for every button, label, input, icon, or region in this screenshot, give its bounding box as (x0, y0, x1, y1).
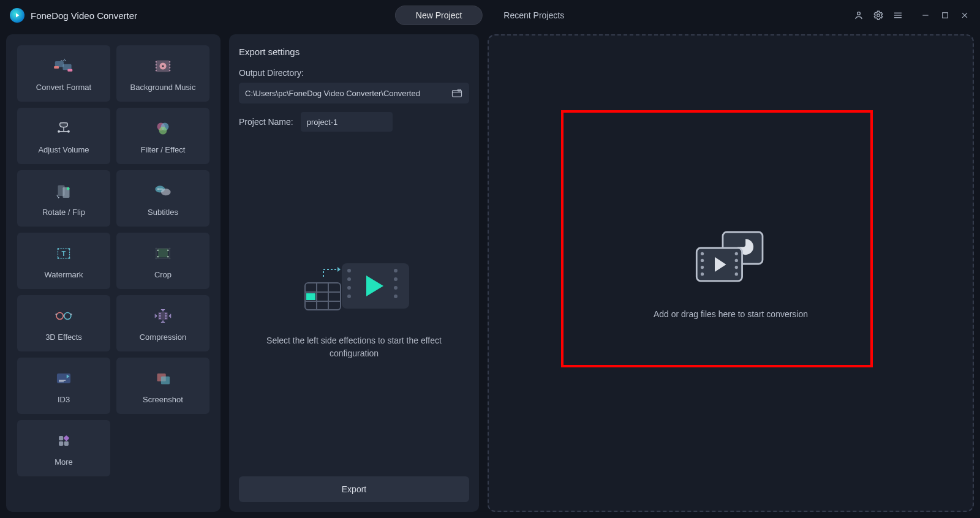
svg-rect-47 (167, 249, 168, 250)
export-settings-panel: Export settings Output Directory: C:\Use… (229, 34, 479, 512)
svg-point-21 (169, 69, 170, 70)
svg-point-17 (156, 69, 157, 70)
tile-rotate-flip[interactable]: Rotate / Flip (17, 170, 110, 227)
crop-icon (151, 243, 175, 264)
svg-point-33 (67, 187, 70, 190)
svg-point-56 (159, 313, 160, 314)
settings-icon[interactable] (872, 9, 884, 21)
tile-3d-effects[interactable]: 3D Effects (17, 295, 110, 351)
svg-point-95 (735, 252, 738, 255)
svg-rect-48 (157, 255, 159, 257)
svg-point-20 (169, 67, 170, 68)
tile-compression[interactable]: Compression (116, 295, 209, 351)
svg-rect-69 (59, 441, 63, 445)
svg-point-97 (735, 266, 738, 269)
adjust-volume-icon (51, 118, 76, 139)
tile-subtitles[interactable]: Subtitles (116, 170, 209, 227)
svg-rect-66 (161, 376, 170, 384)
tile-label: Subtitles (148, 208, 178, 217)
tile-watermark[interactable]: T Watermark (17, 233, 110, 289)
browse-folder-icon[interactable] (451, 88, 463, 99)
svg-point-19 (169, 64, 170, 65)
svg-point-75 (394, 269, 398, 272)
tile-label: Convert Format (36, 83, 91, 92)
svg-point-82 (347, 295, 351, 298)
tab-recent-projects[interactable]: Recent Projects (483, 6, 585, 25)
watermark-icon: T (51, 243, 76, 264)
account-icon[interactable] (853, 9, 865, 21)
svg-point-50 (56, 312, 63, 319)
export-button[interactable]: Export (239, 476, 469, 502)
tile-label: ID3 (58, 395, 70, 404)
file-drop-area[interactable]: Add or drag files here to start conversi… (488, 34, 974, 512)
tool-sidebar: Convert Format Background Music Adjust V… (6, 34, 221, 512)
tile-convert-format[interactable]: Convert Format (17, 45, 110, 102)
svg-point-77 (394, 286, 398, 290)
minimize-button[interactable] (920, 10, 931, 21)
tile-more[interactable]: More (17, 420, 110, 476)
tile-id3[interactable]: ID3 (17, 358, 110, 414)
svg-text:T: T (62, 249, 66, 257)
subtitles-icon (151, 181, 175, 201)
tile-label: Rotate / Flip (42, 208, 85, 217)
svg-point-78 (394, 295, 398, 298)
svg-point-91 (701, 252, 704, 255)
export-settings-title: Export settings (239, 47, 469, 57)
maximize-button[interactable] (940, 10, 951, 21)
svg-point-16 (156, 67, 157, 68)
svg-point-35 (161, 189, 171, 195)
svg-line-54 (70, 313, 72, 314)
svg-point-96 (735, 259, 738, 262)
svg-point-26 (58, 130, 59, 132)
svg-rect-44 (69, 257, 70, 258)
tile-label: Background Music (130, 83, 196, 92)
svg-rect-42 (69, 248, 70, 249)
tile-label: Filter / Effect (141, 145, 186, 154)
svg-point-80 (347, 277, 351, 281)
svg-rect-11 (54, 66, 59, 69)
svg-point-38 (161, 188, 162, 189)
tile-label: Watermark (44, 270, 83, 279)
3d-effects-icon (51, 306, 76, 326)
project-name-input[interactable] (301, 112, 393, 132)
svg-rect-43 (58, 257, 59, 258)
svg-rect-67 (59, 436, 63, 440)
svg-rect-45 (158, 249, 168, 257)
svg-point-27 (68, 130, 69, 132)
compression-icon (151, 306, 175, 326)
svg-point-60 (165, 315, 167, 317)
tile-label: More (55, 457, 73, 467)
tile-adjust-volume[interactable]: Adjust Volume (17, 108, 110, 164)
tile-crop[interactable]: Crop (116, 233, 209, 289)
svg-point-79 (347, 269, 351, 272)
svg-rect-6 (943, 13, 948, 18)
svg-point-81 (347, 286, 351, 290)
svg-rect-68 (63, 435, 69, 441)
tile-label: Compression (140, 332, 187, 342)
tab-new-project[interactable]: New Project (395, 6, 483, 25)
svg-point-23 (162, 65, 164, 67)
drop-media-icon (691, 227, 771, 285)
svg-point-98 (735, 272, 738, 276)
svg-line-53 (56, 313, 57, 314)
svg-point-94 (701, 272, 704, 276)
svg-point-76 (394, 277, 398, 281)
svg-rect-49 (167, 255, 168, 257)
tile-filter-effect[interactable]: Filter / Effect (116, 108, 209, 164)
tile-background-music[interactable]: Background Music (116, 45, 209, 102)
tile-label: Screenshot (143, 395, 183, 404)
output-dir-label: Output Directory: (239, 68, 469, 78)
effect-placeholder-icon (293, 252, 415, 320)
tile-screenshot[interactable]: Screenshot (116, 358, 209, 414)
menu-icon[interactable] (892, 9, 904, 21)
app-logo-icon (10, 8, 24, 23)
close-button[interactable] (959, 10, 970, 21)
svg-point-18 (169, 61, 170, 62)
screenshot-icon (151, 368, 175, 389)
output-directory-input[interactable]: C:\Users\pc\FoneDog Video Converter\Conv… (239, 83, 469, 103)
svg-point-0 (858, 12, 861, 15)
tile-label: Adjust Volume (38, 145, 89, 154)
svg-point-58 (159, 318, 160, 319)
background-music-icon (151, 56, 175, 77)
svg-rect-12 (67, 69, 72, 71)
